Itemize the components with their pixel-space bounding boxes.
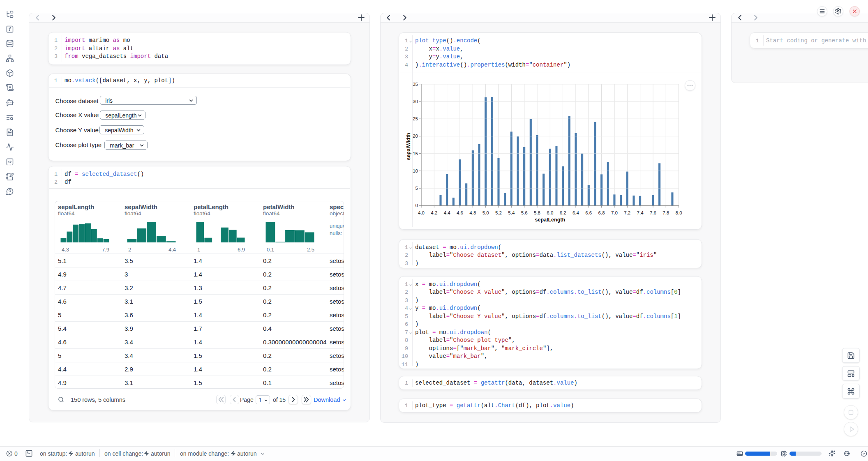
svg-text:sepalWidth: sepalWidth [406,133,411,160]
svg-text:5.0: 5.0 [482,210,489,215]
svg-text:7.0: 7.0 [611,210,618,215]
svg-text:6.2: 6.2 [560,210,566,215]
svg-text:10: 10 [413,168,418,173]
svg-text:6.4: 6.4 [573,210,579,215]
svg-text:30: 30 [413,99,418,104]
svg-text:4.4: 4.4 [444,210,451,215]
svg-text:sepalLength: sepalLength [535,217,565,223]
svg-text:6.8: 6.8 [598,210,605,215]
svg-text:20: 20 [413,134,418,138]
svg-text:4.0: 4.0 [418,210,425,215]
svg-text:5.4: 5.4 [508,210,515,215]
svg-text:0: 0 [416,203,418,208]
svg-text:5.8: 5.8 [534,210,540,215]
svg-text:7.8: 7.8 [663,210,669,215]
svg-text:7.4: 7.4 [637,210,644,215]
svg-text:7.2: 7.2 [624,210,630,215]
svg-text:4.2: 4.2 [431,210,437,215]
svg-text:6.0: 6.0 [547,210,553,215]
svg-text:35: 35 [413,82,418,87]
svg-text:5: 5 [416,186,418,191]
svg-text:4.6: 4.6 [457,210,463,215]
svg-text:15: 15 [413,151,418,156]
svg-text:4.8: 4.8 [469,210,476,215]
svg-text:8.0: 8.0 [676,210,682,215]
svg-text:6.6: 6.6 [585,210,592,215]
svg-text:25: 25 [413,116,418,121]
svg-text:7.6: 7.6 [650,210,656,215]
svg-text:5.6: 5.6 [521,210,528,215]
svg-text:5.2: 5.2 [495,210,502,215]
